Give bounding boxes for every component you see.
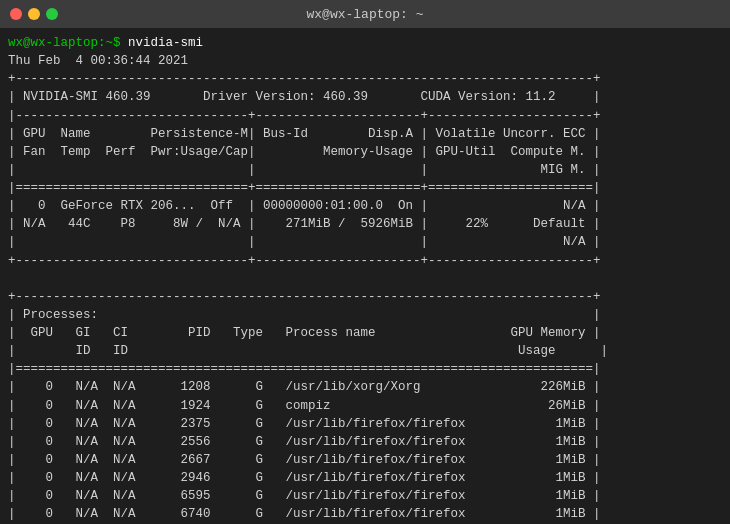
timestamp: Thu Feb 4 00:36:44 2021 (8, 54, 188, 68)
command: nvidia-smi (121, 36, 204, 50)
title-bar: wx@wx-laptop: ~ (0, 0, 730, 28)
window-buttons (10, 8, 58, 20)
smi-lines: +---------------------------------------… (8, 70, 722, 524)
nvidia-smi-output: +---------------------------------------… (8, 70, 722, 524)
minimize-button[interactable] (28, 8, 40, 20)
terminal[interactable]: wx@wx-laptop:~$ nvidia-smi Thu Feb 4 00:… (0, 28, 730, 524)
window-title: wx@wx-laptop: ~ (306, 7, 423, 22)
prompt: wx@wx-laptop:~$ (8, 36, 121, 50)
terminal-content: wx@wx-laptop:~$ nvidia-smi Thu Feb 4 00:… (8, 34, 722, 70)
maximize-button[interactable] (46, 8, 58, 20)
close-button[interactable] (10, 8, 22, 20)
